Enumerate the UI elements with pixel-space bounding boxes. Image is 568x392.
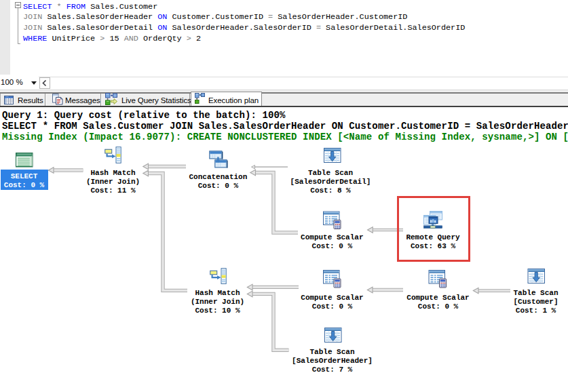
svg-text:Cost: 0 %: Cost: 0 %	[418, 302, 459, 311]
svg-text:Cost: 0 %: Cost: 0 %	[4, 181, 45, 189]
svg-text:Table Scan: Table Scan	[309, 348, 354, 356]
svg-text:SELECT: SELECT	[11, 172, 38, 180]
svg-text:Table Scan: Table Scan	[513, 289, 558, 297]
svg-text:Hash Match: Hash Match	[90, 169, 135, 177]
svg-text:Remote Query: Remote Query	[406, 233, 460, 241]
svg-text:Cost: 0 %: Cost: 0 %	[312, 242, 353, 250]
svg-text:Hash Match: Hash Match	[195, 289, 240, 297]
svg-text:Compute Scalar: Compute Scalar	[406, 294, 469, 302]
svg-text:Cost: 7 %: Cost: 7 %	[312, 366, 353, 374]
svg-text:[Customer]: [Customer]	[513, 298, 558, 306]
svg-text:[SalesOrderDetail]: [SalesOrderDetail]	[290, 178, 371, 186]
svg-text:Cost: 0 %: Cost: 0 %	[198, 182, 239, 190]
svg-text:Cost: 1 %: Cost: 1 %	[516, 307, 556, 315]
svg-text:Compute Scalar: Compute Scalar	[301, 233, 363, 241]
svg-text:(Inner Join): (Inner Join)	[191, 298, 244, 306]
svg-text:Cost: 10 %: Cost: 10 %	[195, 307, 240, 315]
svg-text:Table Scan: Table Scan	[308, 169, 353, 177]
svg-text:Cost: 8 %: Cost: 8 %	[310, 187, 351, 195]
svg-text:(Inner Join): (Inner Join)	[86, 178, 140, 186]
svg-text:Cost: 63 %: Cost: 63 %	[411, 242, 455, 250]
svg-text:[SalesOrderHeader]: [SalesOrderHeader]	[292, 357, 373, 365]
svg-text:Cost: 0 %: Cost: 0 %	[312, 302, 353, 311]
svg-text:Cost: 11 %: Cost: 11 %	[90, 187, 135, 195]
svg-text:Concatenation: Concatenation	[189, 173, 247, 181]
svg-text:Compute Scalar: Compute Scalar	[301, 294, 363, 302]
